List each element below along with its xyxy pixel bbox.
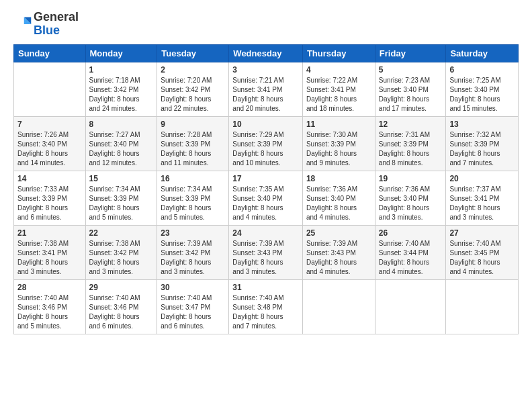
day-info: Sunrise: 7:20 AM Sunset: 3:42 PM Dayligh… — [161, 76, 225, 113]
day-info: Sunrise: 7:36 AM Sunset: 3:40 PM Dayligh… — [306, 185, 371, 222]
page: General Blue SundayMondayTuesdayWednesda… — [0, 0, 532, 411]
day-cell: 23Sunrise: 7:39 AM Sunset: 3:42 PM Dayli… — [157, 225, 229, 279]
day-info: Sunrise: 7:31 AM Sunset: 3:39 PM Dayligh… — [379, 130, 443, 168]
day-info: Sunrise: 7:35 AM Sunset: 3:40 PM Dayligh… — [232, 185, 299, 222]
day-cell: 28Sunrise: 7:40 AM Sunset: 3:46 PM Dayli… — [14, 279, 86, 334]
day-number: 20 — [449, 174, 515, 183]
logo-text: General Blue — [34, 11, 79, 38]
calendar: SundayMondayTuesdayWednesdayThursdayFrid… — [13, 44, 519, 334]
day-number: 26 — [379, 228, 443, 238]
day-number: 30 — [161, 283, 225, 292]
day-cell: 6Sunrise: 7:25 AM Sunset: 3:40 PM Daylig… — [446, 62, 519, 116]
day-number: 17 — [232, 174, 299, 183]
day-number: 27 — [449, 228, 515, 238]
day-cell: 10Sunrise: 7:29 AM Sunset: 3:39 PM Dayli… — [229, 116, 303, 171]
week-row-3: 14Sunrise: 7:33 AM Sunset: 3:39 PM Dayli… — [14, 171, 519, 225]
day-cell: 3Sunrise: 7:21 AM Sunset: 3:41 PM Daylig… — [229, 62, 303, 116]
day-number: 3 — [232, 65, 299, 75]
logo-icon — [13, 15, 32, 34]
day-number: 25 — [306, 228, 371, 238]
day-number: 24 — [232, 228, 299, 238]
day-cell: 21Sunrise: 7:38 AM Sunset: 3:41 PM Dayli… — [14, 225, 86, 279]
day-info: Sunrise: 7:26 AM Sunset: 3:40 PM Dayligh… — [17, 130, 82, 168]
day-info: Sunrise: 7:22 AM Sunset: 3:41 PM Dayligh… — [306, 76, 371, 113]
day-info: Sunrise: 7:40 AM Sunset: 3:46 PM Dayligh… — [89, 293, 154, 331]
day-info: Sunrise: 7:37 AM Sunset: 3:41 PM Dayligh… — [449, 185, 515, 222]
week-row-4: 21Sunrise: 7:38 AM Sunset: 3:41 PM Dayli… — [14, 225, 519, 279]
day-info: Sunrise: 7:38 AM Sunset: 3:41 PM Dayligh… — [17, 239, 82, 277]
day-info: Sunrise: 7:34 AM Sunset: 3:39 PM Dayligh… — [161, 185, 225, 222]
day-cell: 9Sunrise: 7:28 AM Sunset: 3:39 PM Daylig… — [157, 116, 229, 171]
weekday-tuesday: Tuesday — [157, 44, 229, 62]
day-info: Sunrise: 7:32 AM Sunset: 3:39 PM Dayligh… — [449, 130, 515, 168]
day-cell: 22Sunrise: 7:38 AM Sunset: 3:42 PM Dayli… — [85, 225, 157, 279]
day-cell — [446, 279, 519, 334]
day-number: 29 — [89, 283, 154, 292]
day-number: 23 — [161, 228, 225, 238]
day-info: Sunrise: 7:25 AM Sunset: 3:40 PM Dayligh… — [449, 76, 515, 113]
day-info: Sunrise: 7:40 AM Sunset: 3:45 PM Dayligh… — [449, 239, 515, 277]
day-number: 11 — [306, 120, 371, 129]
day-cell: 15Sunrise: 7:34 AM Sunset: 3:39 PM Dayli… — [85, 171, 157, 225]
day-info: Sunrise: 7:30 AM Sunset: 3:39 PM Dayligh… — [306, 130, 371, 168]
day-info: Sunrise: 7:18 AM Sunset: 3:42 PM Dayligh… — [89, 76, 154, 113]
day-info: Sunrise: 7:39 AM Sunset: 3:43 PM Dayligh… — [232, 239, 299, 277]
day-number: 4 — [306, 65, 371, 75]
day-info: Sunrise: 7:28 AM Sunset: 3:39 PM Dayligh… — [161, 130, 225, 168]
day-cell: 30Sunrise: 7:40 AM Sunset: 3:47 PM Dayli… — [157, 279, 229, 334]
day-info: Sunrise: 7:40 AM Sunset: 3:46 PM Dayligh… — [17, 293, 82, 331]
day-cell: 17Sunrise: 7:35 AM Sunset: 3:40 PM Dayli… — [229, 171, 303, 225]
day-number: 8 — [89, 120, 154, 129]
day-number: 19 — [379, 174, 443, 183]
day-cell: 31Sunrise: 7:40 AM Sunset: 3:48 PM Dayli… — [229, 279, 303, 334]
day-number: 7 — [17, 120, 82, 129]
day-info: Sunrise: 7:21 AM Sunset: 3:41 PM Dayligh… — [232, 76, 299, 113]
day-number: 31 — [232, 283, 299, 292]
week-row-1: 1Sunrise: 7:18 AM Sunset: 3:42 PM Daylig… — [14, 62, 519, 116]
day-number: 5 — [379, 65, 443, 75]
day-cell: 11Sunrise: 7:30 AM Sunset: 3:39 PM Dayli… — [302, 116, 375, 171]
day-info: Sunrise: 7:40 AM Sunset: 3:48 PM Dayligh… — [232, 293, 299, 331]
day-number: 1 — [89, 65, 154, 75]
day-cell: 18Sunrise: 7:36 AM Sunset: 3:40 PM Dayli… — [302, 171, 375, 225]
day-info: Sunrise: 7:38 AM Sunset: 3:42 PM Dayligh… — [89, 239, 154, 277]
logo: General Blue — [13, 11, 79, 38]
day-info: Sunrise: 7:23 AM Sunset: 3:40 PM Dayligh… — [379, 76, 443, 113]
day-number: 14 — [17, 174, 82, 183]
day-cell: 26Sunrise: 7:40 AM Sunset: 3:44 PM Dayli… — [375, 225, 446, 279]
day-cell: 14Sunrise: 7:33 AM Sunset: 3:39 PM Dayli… — [14, 171, 86, 225]
day-cell: 13Sunrise: 7:32 AM Sunset: 3:39 PM Dayli… — [446, 116, 519, 171]
day-number: 21 — [17, 228, 82, 238]
day-number: 22 — [89, 228, 154, 238]
day-number: 10 — [232, 120, 299, 129]
day-info: Sunrise: 7:40 AM Sunset: 3:44 PM Dayligh… — [379, 239, 443, 277]
day-cell: 5Sunrise: 7:23 AM Sunset: 3:40 PM Daylig… — [375, 62, 446, 116]
day-number: 18 — [306, 174, 371, 183]
day-info: Sunrise: 7:40 AM Sunset: 3:47 PM Dayligh… — [161, 293, 225, 331]
day-number: 6 — [449, 65, 515, 75]
day-cell: 27Sunrise: 7:40 AM Sunset: 3:45 PM Dayli… — [446, 225, 519, 279]
day-cell: 7Sunrise: 7:26 AM Sunset: 3:40 PM Daylig… — [14, 116, 86, 171]
weekday-thursday: Thursday — [302, 44, 375, 62]
day-info: Sunrise: 7:34 AM Sunset: 3:39 PM Dayligh… — [89, 185, 154, 222]
day-cell: 16Sunrise: 7:34 AM Sunset: 3:39 PM Dayli… — [157, 171, 229, 225]
day-cell: 12Sunrise: 7:31 AM Sunset: 3:39 PM Dayli… — [375, 116, 446, 171]
day-info: Sunrise: 7:39 AM Sunset: 3:42 PM Dayligh… — [161, 239, 225, 277]
day-cell: 1Sunrise: 7:18 AM Sunset: 3:42 PM Daylig… — [85, 62, 157, 116]
day-cell: 8Sunrise: 7:27 AM Sunset: 3:40 PM Daylig… — [85, 116, 157, 171]
day-info: Sunrise: 7:27 AM Sunset: 3:40 PM Dayligh… — [89, 130, 154, 168]
day-info: Sunrise: 7:33 AM Sunset: 3:39 PM Dayligh… — [17, 185, 82, 222]
weekday-monday: Monday — [85, 44, 157, 62]
day-cell: 20Sunrise: 7:37 AM Sunset: 3:41 PM Dayli… — [446, 171, 519, 225]
day-info: Sunrise: 7:36 AM Sunset: 3:40 PM Dayligh… — [379, 185, 443, 222]
day-number: 15 — [89, 174, 154, 183]
day-info: Sunrise: 7:39 AM Sunset: 3:43 PM Dayligh… — [306, 239, 371, 277]
day-number: 2 — [161, 65, 225, 75]
day-cell: 4Sunrise: 7:22 AM Sunset: 3:41 PM Daylig… — [302, 62, 375, 116]
weekday-friday: Friday — [375, 44, 446, 62]
day-cell: 19Sunrise: 7:36 AM Sunset: 3:40 PM Dayli… — [375, 171, 446, 225]
day-cell: 24Sunrise: 7:39 AM Sunset: 3:43 PM Dayli… — [229, 225, 303, 279]
day-cell: 2Sunrise: 7:20 AM Sunset: 3:42 PM Daylig… — [157, 62, 229, 116]
header: General Blue — [13, 11, 519, 38]
weekday-saturday: Saturday — [446, 44, 519, 62]
